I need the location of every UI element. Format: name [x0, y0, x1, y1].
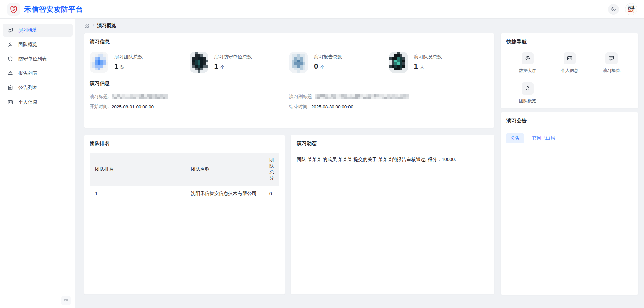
quick-nav-label: 个人信息: [561, 68, 578, 74]
menu-fold-icon: [63, 298, 69, 303]
stats-row: 演习团队总数 1 队: [90, 52, 489, 73]
sidebar-item[interactable]: 演习概览: [3, 24, 73, 37]
stat-mosaic-image: [90, 52, 108, 73]
score-cell: 0: [264, 186, 279, 202]
redacted-title-mosaic: [112, 94, 168, 99]
rank-cell: 1: [90, 186, 185, 202]
quick-nav-label: 演习概览: [603, 68, 620, 74]
quick-nav-item[interactable]: 演习概览: [591, 52, 633, 74]
breadcrumb: / 演习概览: [84, 19, 638, 33]
stat-unit: 队: [120, 64, 125, 70]
grid-home-icon[interactable]: [84, 23, 89, 28]
data-screen-icon: [522, 52, 534, 64]
quick-nav-label: 数据大屏: [519, 68, 536, 74]
exercise-fields: 演习标题: 演习副标题 开始时间: 2025-08-01 00:00:00: [90, 91, 489, 112]
sidebar-item[interactable]: 报告列表: [3, 67, 73, 80]
sidebar-item[interactable]: 公告列表: [3, 81, 73, 94]
shield-logo-icon: [9, 5, 18, 14]
team-name-cell: 沈阳禾信智安信息技术有限公司: [185, 186, 264, 202]
user-icon: [7, 42, 13, 48]
sidebar-item-label: 报告列表: [18, 70, 37, 76]
stat-label: 演习队员总数: [414, 54, 442, 60]
stat-item: 演习队员总数 1 人: [389, 52, 489, 73]
sidebar: 演习概览 团队概览 防守单位列表 报告列表: [0, 19, 75, 308]
presentation-chart-icon: [7, 27, 13, 33]
stat-mosaic-image: [289, 52, 308, 73]
sidebar-item[interactable]: 个人信息: [3, 96, 73, 109]
exercise-title-field: 演习标题:: [90, 91, 289, 102]
stat-label: 演习团队总数: [114, 54, 143, 60]
quick-nav-title: 快捷导航: [506, 39, 633, 45]
stat-value: 1: [114, 62, 118, 71]
brand: 禾信智安攻防平台: [5, 3, 83, 16]
id-card-icon: [564, 52, 576, 64]
team-ranking-title: 团队排名: [90, 140, 279, 147]
sidebar-item[interactable]: 防守单位列表: [3, 53, 73, 65]
stat-unit: 个: [320, 64, 324, 70]
activity-list: 团队 某某某 的成员 某某某 提交的关于 某某某的报告审核通过, 得分：1000…: [297, 156, 489, 164]
announcement-title: 演习公告: [506, 118, 633, 124]
sidebar-collapse-button[interactable]: [61, 296, 71, 305]
quick-nav-grid: 数据大屏 个人信息 演习概览: [506, 52, 633, 104]
stat-value: 1: [214, 62, 218, 71]
activity-item: 团队 某某某 的成员 某某某 提交的关于 某某某的报告审核通过, 得分：1000…: [297, 156, 489, 164]
announcement-tab[interactable]: 官网已出局: [528, 133, 559, 143]
theme-toggle-button[interactable]: [608, 4, 619, 15]
end-time-label: 结束时间:: [289, 104, 309, 110]
start-time-value: 2025-08-01 00:00:00: [112, 104, 154, 109]
sidebar-item[interactable]: 团队概览: [3, 38, 73, 51]
start-time-label: 开始时间:: [90, 104, 109, 110]
exercise-info-card: 演习信息 演习团队总数 1 队: [84, 33, 494, 128]
stat-unit: 个: [220, 64, 225, 70]
quick-nav-item[interactable]: 数据大屏: [506, 52, 548, 74]
announcement-tab[interactable]: 公告: [506, 133, 524, 143]
sidebar-item-label: 演习概览: [18, 27, 37, 33]
exercise-detail-title: 演习信息: [90, 80, 489, 87]
quick-nav-label: 团队概览: [519, 98, 536, 104]
team-ranking-card: 团队排名 团队排名团队名称团队总分 1: [84, 135, 285, 295]
breadcrumb-current: 演习概览: [97, 23, 116, 29]
quick-nav-item[interactable]: 个人信息: [548, 52, 590, 74]
avatar-text-bottom: 学习: [628, 9, 635, 13]
app-logo: [7, 3, 20, 16]
avatar-text-top: 沉迷: [628, 6, 635, 9]
announcement-tabs: 公告 官网已出局: [506, 133, 633, 143]
sidebar-item-label: 公告列表: [18, 85, 37, 91]
stat-label: 演习报告总数: [314, 54, 342, 60]
moon-icon: [611, 6, 616, 12]
sidebar-item-label: 个人信息: [18, 99, 37, 105]
user-icon: [522, 82, 534, 95]
table-header-cell: 团队排名: [90, 153, 185, 186]
stat-item: 演习防守单位总数 1 个: [190, 52, 289, 73]
sidebar-item-label: 防守单位列表: [18, 56, 47, 62]
stat-item: 演习报告总数 0 个: [289, 52, 389, 73]
announcement-card: 演习公告 公告 官网已出局: [501, 112, 638, 295]
table-header-cell: 团队名称: [185, 153, 264, 186]
stat-mosaic-image: [389, 52, 408, 73]
quick-nav-card: 快捷导航 数据大屏 个人信息: [501, 33, 638, 109]
table-header-cell: 团队总分: [264, 153, 279, 186]
app-header: 禾信智安攻防平台 沉迷 学习: [0, 0, 644, 19]
user-avatar[interactable]: 沉迷 学习: [625, 3, 637, 15]
stat-unit: 人: [420, 64, 424, 70]
stat-value: 1: [414, 62, 418, 71]
stat-value: 0: [314, 62, 318, 71]
exercise-subtitle-field: 演习副标题: [289, 91, 489, 102]
table-row: 1 沈阳禾信智安信息技术有限公司 0: [90, 186, 279, 202]
app-title: 禾信智安攻防平台: [24, 5, 83, 14]
presentation-chart-icon: [605, 52, 618, 64]
quick-nav-item[interactable]: 团队概览: [506, 82, 548, 104]
breadcrumb-separator: /: [93, 23, 94, 28]
header-actions: 沉迷 学习: [608, 3, 639, 15]
team-ranking-table: 团队排名团队名称团队总分 1 沈阳禾信智安信息技术有限公司 0: [90, 153, 279, 202]
sidebar-item-label: 团队概览: [18, 42, 37, 48]
exercise-info-title: 演习信息: [90, 39, 489, 45]
redacted-subtitle-mosaic: [315, 94, 409, 99]
clipboard-icon: [7, 85, 13, 91]
shield-icon: [7, 56, 13, 62]
start-time-field: 开始时间: 2025-08-01 00:00:00: [90, 102, 289, 112]
alarm-icon: [7, 70, 13, 76]
exercise-activity-card: 演习动态 团队 某某某 的成员 某某某 提交的关于 某某某的报告审核通过, 得分…: [291, 135, 494, 295]
end-time-value: 2025-08-30 00:00:00: [311, 104, 353, 109]
sidebar-menu: 演习概览 团队概览 防守单位列表 报告列表: [0, 24, 75, 109]
